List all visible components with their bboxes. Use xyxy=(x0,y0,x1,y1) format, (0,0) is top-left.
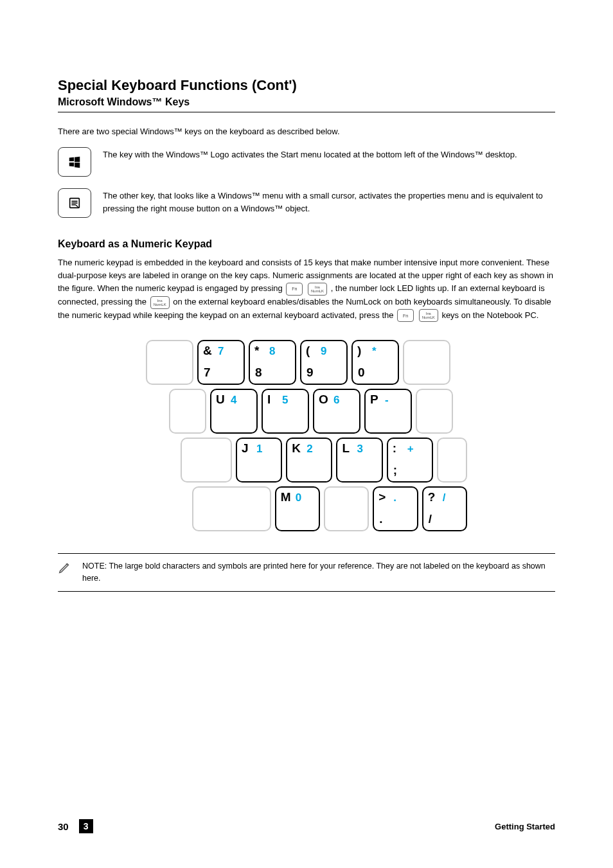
keypad-paragraph: The numeric keypad is embedded in the ke… xyxy=(58,256,555,322)
blank-key xyxy=(416,389,453,434)
numlk-key-icon: InsNumLK xyxy=(419,309,438,322)
numlk-key-icon: InsNumLK xyxy=(150,296,170,309)
numlk-key-icon: InsNumLK xyxy=(308,283,327,296)
keypad-key: I5 xyxy=(262,389,309,434)
windows-key-description: The key with the Windows™ Logo activates… xyxy=(103,147,555,161)
divider xyxy=(58,112,555,112)
keypad-key: >.. xyxy=(373,486,418,531)
keypad-key: U4 xyxy=(210,389,258,434)
keypad-key: &77 xyxy=(197,340,245,385)
fn-key-icon: Fn xyxy=(397,309,414,322)
keypad-key: K2 xyxy=(286,438,332,483)
section-subtitle: Microsoft Windows™ Keys xyxy=(58,96,555,108)
windows-logo-key-icon xyxy=(58,147,91,177)
blank-key xyxy=(146,340,193,385)
blank-key xyxy=(181,438,232,483)
page-number: 30 xyxy=(58,821,69,832)
keypad-key: (99 xyxy=(300,340,348,385)
section-title: Special Keyboard Functions (Cont') xyxy=(58,77,555,94)
blank-key xyxy=(437,438,467,483)
keypad-key: ?// xyxy=(422,486,467,531)
blank-key xyxy=(192,486,271,531)
note-text: NOTE: The large bold characters and symb… xyxy=(82,560,555,585)
note-pencil-icon xyxy=(58,560,72,574)
note-box: NOTE: The large bold characters and symb… xyxy=(58,553,555,592)
blank-key xyxy=(169,389,206,434)
keypad-key: M0 xyxy=(275,486,320,531)
keypad-key: )*0 xyxy=(351,340,399,385)
keypad-key: L3 xyxy=(336,438,382,483)
blank-key xyxy=(403,340,450,385)
context-menu-key-icon xyxy=(58,188,91,218)
keypad-key: :+; xyxy=(387,438,433,483)
keypad-key: J1 xyxy=(236,438,282,483)
section-intro: There are two special Windows™ keys on t… xyxy=(58,125,555,138)
keypad-diagram: &77*88(99)*0U4I5O6P-J1K2L3:+;M0>..?// xyxy=(146,340,467,531)
keypad-key: P- xyxy=(364,389,412,434)
blank-key xyxy=(324,486,369,531)
keypad-title: Keyboard as a Numeric Keypad xyxy=(58,238,555,250)
keypad-key: O6 xyxy=(313,389,360,434)
chapter-number-box: 3 xyxy=(79,819,93,833)
menu-key-description: The other key, that looks like a Windows… xyxy=(103,188,555,215)
chapter-title: Getting Started xyxy=(495,822,555,831)
fn-key-icon: Fn xyxy=(286,283,303,296)
keypad-key: *88 xyxy=(249,340,296,385)
